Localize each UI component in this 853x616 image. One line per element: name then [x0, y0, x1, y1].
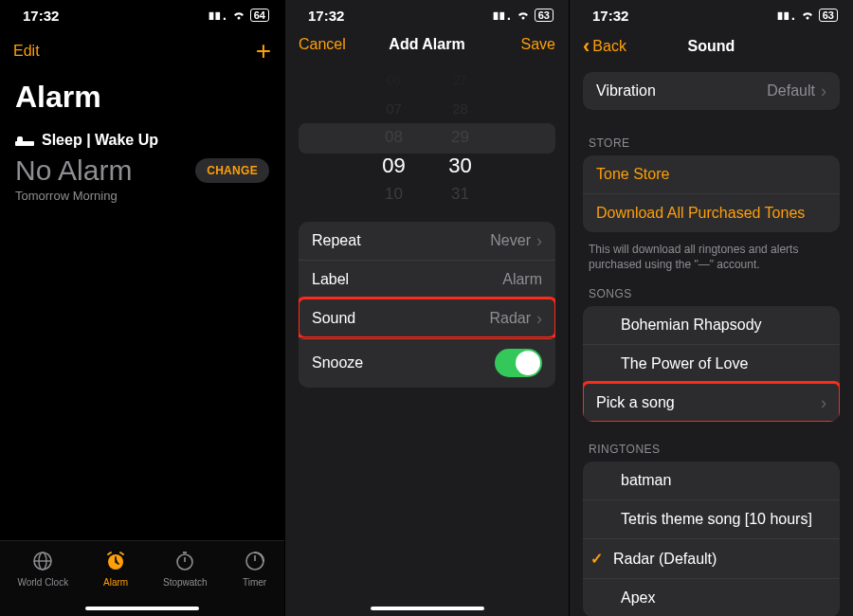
back-button[interactable]: ‹ Back — [583, 36, 626, 57]
sound-row[interactable]: Sound Radar› — [299, 299, 555, 337]
picker-value: 27 — [427, 66, 494, 95]
ringtone-row[interactable]: batman — [583, 462, 840, 499]
snooze-toggle[interactable] — [495, 349, 542, 377]
download-hint: This will download all ringtones and ale… — [570, 236, 853, 274]
picker-value: 07 — [361, 95, 427, 123]
alarm-clock-icon — [103, 549, 128, 573]
row-label: Sound — [312, 310, 355, 327]
tab-label: Timer — [243, 577, 266, 588]
picker-value: 31 — [427, 180, 494, 208]
row-value: Default — [767, 82, 815, 100]
store-caption: STORE — [570, 123, 853, 155]
no-alarm-row: No Alarm CHANGE — [0, 154, 284, 187]
tab-stopwatch[interactable]: Stopwatch — [163, 549, 208, 588]
tone-store-row[interactable]: Tone Store — [583, 155, 840, 193]
picker-value-selected: 30 — [427, 152, 494, 180]
alarm-options-list: Repeat Never› Label Alarm Sound Radar› S… — [299, 222, 555, 388]
sleep-header-label: Sleep | Wake Up — [42, 132, 158, 149]
navbar: ‹ Back Sound — [570, 27, 853, 66]
time-picker[interactable]: 06 07 08 09 10 11 12 27 28 29 30 31 32 3… — [299, 66, 555, 208]
navbar: Cancel Add Alarm Save — [285, 27, 569, 63]
ringtone-row[interactable]: Tetris theme song [10 hours] — [583, 499, 840, 538]
globe-icon — [30, 549, 55, 573]
picker-value: 28 — [427, 95, 494, 123]
signal-icon: ∎∎. — [492, 9, 511, 23]
wifi-icon — [800, 9, 815, 21]
status-time: 17:32 — [23, 8, 59, 24]
cancel-button[interactable]: Cancel — [299, 36, 346, 53]
label-row[interactable]: Label Alarm — [299, 260, 555, 299]
ringtones-list: batman Tetris theme song [10 hours] ✓Rad… — [583, 462, 840, 616]
battery-badge: 63 — [819, 9, 838, 22]
tomorrow-label: Tomorrow Morning — [0, 187, 284, 203]
status-bar: 17:32 ∎∎. 64 — [0, 0, 284, 27]
save-button[interactable]: Save — [521, 36, 555, 53]
chevron-right-icon: › — [536, 310, 542, 327]
picker-value-selected: 09 — [361, 152, 427, 180]
signal-icon: ∎∎. — [208, 9, 227, 23]
wifi-icon — [231, 9, 246, 21]
song-row[interactable]: Bohemian Rhapsody — [583, 306, 840, 344]
row-value: Radar — [489, 310, 531, 327]
add-alarm-button[interactable]: + — [256, 36, 271, 66]
status-right: ∎∎. 64 — [208, 9, 269, 23]
picker-value: 08 — [361, 123, 427, 152]
chevron-left-icon: ‹ — [583, 36, 590, 57]
ringtone-row[interactable]: Apex — [583, 578, 840, 616]
row-label: Pick a song — [596, 394, 675, 411]
vibration-list: Vibration Default› — [583, 72, 840, 110]
signal-icon: ∎∎. — [776, 9, 795, 23]
status-time: 17:32 — [592, 8, 628, 24]
screen-sound: 17:32 ∎∎. 63 ‹ Back Sound Vibration Defa… — [569, 0, 853, 616]
page-title: Alarm — [0, 76, 284, 122]
tab-bar: World Clock Alarm Stopwatch Timer — [0, 540, 284, 616]
tab-timer[interactable]: Timer — [243, 549, 267, 588]
hour-column[interactable]: 06 07 08 09 10 11 12 — [361, 66, 427, 208]
tab-world-clock[interactable]: World Clock — [17, 549, 68, 588]
ringtone-label: batman — [621, 472, 671, 489]
picker-value: 29 — [427, 123, 494, 152]
change-button[interactable]: CHANGE — [195, 158, 269, 183]
row-label: Snooze — [312, 354, 363, 371]
home-indicator[interactable] — [371, 607, 484, 610]
ringtone-row-selected[interactable]: ✓Radar (Default) — [583, 538, 840, 578]
store-list: Tone Store Download All Purchased Tones — [583, 155, 840, 232]
status-right: ∎∎. 63 — [776, 9, 838, 23]
row-value: Never — [490, 232, 531, 249]
chevron-right-icon: › — [821, 394, 826, 411]
sleep-section-header: Sleep | Wake Up — [0, 122, 284, 154]
vibration-row[interactable]: Vibration Default› — [583, 72, 840, 110]
row-label: Tone Store — [596, 166, 669, 183]
edit-button[interactable]: Edit — [13, 43, 40, 60]
ringtone-label: Radar (Default) — [613, 551, 717, 568]
picker-value: 10 — [361, 180, 427, 208]
chevron-right-icon: › — [536, 232, 542, 249]
screen-add-alarm: 17:32 ∎∎. 63 Cancel Add Alarm Save 06 07… — [284, 0, 569, 616]
status-bar: 17:32 ∎∎. 63 — [285, 0, 569, 27]
song-label: The Power of Love — [621, 355, 748, 372]
stopwatch-icon — [172, 549, 197, 573]
wifi-icon — [516, 9, 531, 21]
download-all-row[interactable]: Download All Purchased Tones — [583, 193, 840, 232]
row-value: Alarm — [502, 271, 542, 288]
nav-title: Add Alarm — [389, 36, 464, 52]
status-right: ∎∎. 63 — [492, 9, 554, 23]
tab-label: Stopwatch — [163, 577, 208, 588]
chevron-right-icon: › — [821, 82, 826, 100]
navbar: Edit + — [0, 27, 284, 76]
minute-column[interactable]: 27 28 29 30 31 32 33 — [427, 66, 494, 208]
home-indicator[interactable] — [85, 607, 199, 610]
status-time: 17:32 — [308, 8, 344, 24]
back-label: Back — [592, 38, 626, 55]
status-bar: 17:32 ∎∎. 63 — [570, 0, 853, 27]
tab-alarm[interactable]: Alarm — [103, 549, 128, 588]
no-alarm-text: No Alarm — [15, 154, 132, 187]
row-label: Vibration — [596, 82, 656, 100]
bed-icon — [15, 135, 34, 146]
ringtone-label: Tetris theme song [10 hours] — [621, 511, 812, 528]
tab-label: World Clock — [17, 577, 68, 588]
pick-a-song-row[interactable]: Pick a song › — [583, 383, 840, 422]
song-row[interactable]: The Power of Love — [583, 344, 840, 383]
songs-caption: SONGS — [570, 274, 853, 306]
repeat-row[interactable]: Repeat Never› — [299, 222, 555, 260]
